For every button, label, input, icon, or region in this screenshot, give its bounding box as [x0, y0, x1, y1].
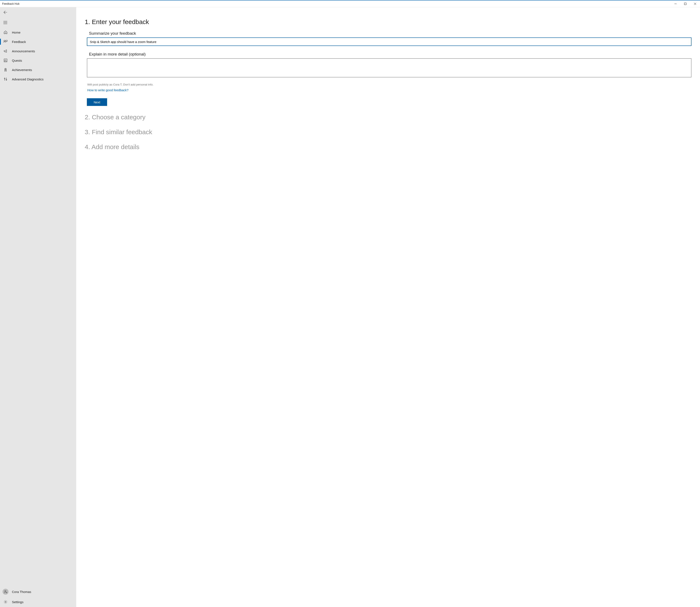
person-add-icon [4, 590, 7, 593]
svg-point-9 [5, 68, 6, 70]
step2-heading: 2. Choose a category [85, 113, 692, 121]
next-button[interactable]: Next [87, 98, 107, 106]
sidebar: Home Feedback An [0, 7, 76, 607]
close-icon [694, 3, 696, 5]
feedback-icon [3, 40, 8, 44]
sidebar-item-label: Settings [12, 600, 23, 604]
back-button[interactable] [0, 7, 76, 17]
sidebar-item-diagnostics[interactable]: Advanced Diagnostics [0, 75, 76, 84]
home-icon [3, 30, 8, 35]
avatar [3, 589, 8, 595]
minimize-icon [675, 3, 677, 5]
help-link[interactable]: How to write good feedback? [87, 88, 128, 92]
summary-input[interactable] [87, 38, 692, 46]
nav-list: Home Feedback An [0, 28, 76, 84]
step1-heading: 1. Enter your feedback [85, 18, 692, 25]
hamburger-icon [3, 21, 7, 24]
user-name: Cora Thomas [12, 590, 31, 593]
svg-point-7 [4, 40, 5, 41]
quests-icon [3, 58, 8, 63]
sidebar-item-label: Quests [12, 59, 22, 62]
summary-label: Summarize your feedback [89, 31, 692, 36]
minimize-button[interactable] [671, 0, 680, 7]
achievements-icon [3, 68, 8, 72]
detail-textarea[interactable] [87, 58, 692, 78]
sidebar-item-label: Feedback [12, 40, 26, 44]
sidebar-item-home[interactable]: Home [0, 28, 76, 37]
sidebar-item-label: Announcements [12, 49, 35, 53]
sidebar-item-quests[interactable]: Quests [0, 56, 76, 65]
close-button[interactable] [690, 0, 700, 7]
sidebar-item-label: Achievements [12, 68, 32, 72]
sidebar-item-announcements[interactable]: Announcements [0, 46, 76, 56]
back-arrow-icon [3, 11, 7, 14]
svg-point-12 [4, 78, 5, 79]
sidebar-item-settings[interactable]: Settings [0, 597, 76, 607]
window-title: Feedback Hub [2, 2, 671, 5]
sidebar-item-label: Home [12, 30, 20, 34]
helper-text: Will post publicly as Cora T. Don't add … [87, 83, 692, 86]
svg-point-10 [5, 69, 6, 69]
sidebar-item-feedback[interactable]: Feedback [0, 37, 76, 46]
maximize-icon [684, 3, 686, 5]
maximize-button[interactable] [680, 0, 690, 7]
diagnostics-icon [3, 77, 8, 81]
announcements-icon [3, 49, 8, 53]
sidebar-item-user[interactable]: Cora Thomas [0, 587, 76, 597]
step3-heading: 3. Find similar feedback [85, 128, 692, 136]
svg-point-14 [6, 79, 7, 80]
detail-label: Explain in more detail (optional) [89, 52, 692, 57]
svg-point-15 [5, 590, 6, 592]
main-content: 1. Enter your feedback Summarize your fe… [76, 7, 700, 607]
sidebar-item-label: Advanced Diagnostics [12, 78, 43, 81]
hamburger-button[interactable] [0, 17, 76, 28]
gear-icon [3, 600, 8, 604]
sidebar-item-achievements[interactable]: Achievements [0, 65, 76, 75]
window-controls [671, 0, 700, 7]
step4-heading: 4. Add more details [85, 143, 692, 151]
titlebar: Feedback Hub [0, 0, 700, 7]
svg-point-18 [5, 602, 6, 603]
svg-rect-1 [684, 3, 686, 5]
